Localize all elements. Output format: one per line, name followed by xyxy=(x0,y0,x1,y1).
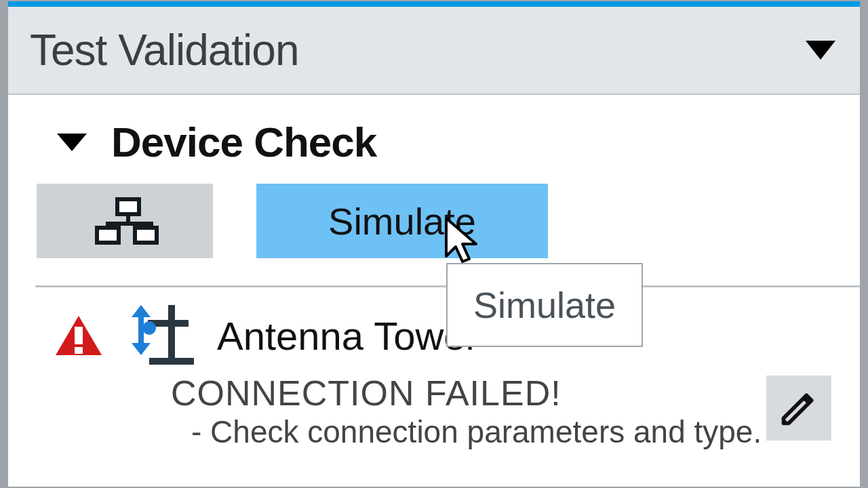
section-title: Device Check xyxy=(111,118,376,166)
pencil-icon xyxy=(778,388,819,428)
device-topology-icon xyxy=(91,197,159,245)
device-check-toolbar: Simulate xyxy=(8,184,860,258)
device-message: CONNECTION FAILED! - Check connection pa… xyxy=(35,373,833,450)
panel-content: Device Check Simulate xyxy=(8,95,860,450)
device-status-detail: - Check connection parameters and type. xyxy=(171,413,833,450)
window-accent-bar xyxy=(8,1,860,7)
device-name: Antenna Tower xyxy=(217,313,479,359)
simulate-tooltip: Simulate xyxy=(446,263,643,347)
device-topology-button[interactable] xyxy=(37,184,213,258)
panel-menu-caret-icon[interactable] xyxy=(806,41,835,60)
svg-marker-3 xyxy=(446,218,476,262)
antenna-tower-icon xyxy=(127,305,195,366)
device-status-block: Antenna Tower CONNECTION FAILED! - Check… xyxy=(8,287,860,450)
simulate-button[interactable]: Simulate xyxy=(256,184,548,258)
collapse-caret-icon[interactable] xyxy=(57,134,87,151)
test-validation-panel: Test Validation Device Check Simul xyxy=(7,0,861,488)
panel-title: Test Validation xyxy=(30,25,299,75)
device-row[interactable]: Antenna Tower xyxy=(35,305,833,366)
section-header[interactable]: Device Check xyxy=(8,118,860,166)
mouse-cursor-icon xyxy=(443,216,484,270)
warning-icon xyxy=(56,316,102,355)
tooltip-text: Simulate xyxy=(473,284,616,326)
device-status-title: CONNECTION FAILED! xyxy=(171,373,833,413)
edit-button[interactable] xyxy=(766,375,831,441)
panel-header[interactable]: Test Validation xyxy=(8,7,860,95)
